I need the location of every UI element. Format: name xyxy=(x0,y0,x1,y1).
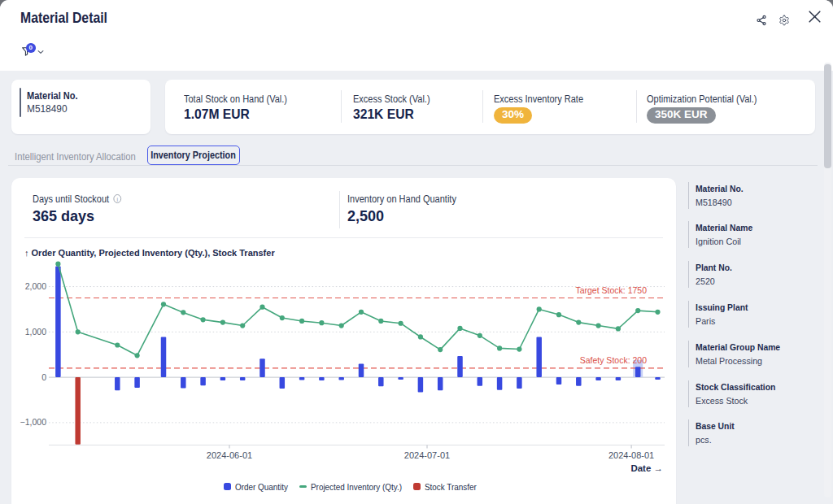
inventory-projection-chart[interactable]: −1,00001,0002,0002024-06-012024-07-01202… xyxy=(11,178,676,504)
sidebar-item: Issuing PlantParis xyxy=(688,301,754,328)
card-accent-bar xyxy=(20,88,21,117)
projected-inventory-point[interactable] xyxy=(339,323,344,328)
legend-item[interactable]: Order Quantity xyxy=(224,482,287,492)
projected-inventory-point[interactable] xyxy=(220,320,225,325)
tab-intelligent-inventory-allocation[interactable]: Intelligent Inventory Allocation xyxy=(15,151,136,163)
metric-divider xyxy=(341,90,342,123)
projected-inventory-point[interactable] xyxy=(478,333,482,338)
order-quantity-bar[interactable] xyxy=(220,377,226,380)
chart-legend: Order QuantityProjected Inventory (Qty.)… xyxy=(18,482,683,492)
inventory-projection-panel: Days until Stockouti 365 days Inventory … xyxy=(11,178,676,504)
close-icon[interactable] xyxy=(807,9,822,24)
order-quantity-bar[interactable] xyxy=(359,363,364,377)
order-quantity-bar[interactable] xyxy=(438,377,443,390)
projected-inventory-point[interactable] xyxy=(280,315,285,320)
sidebar-item-label: Stock Classification xyxy=(696,382,775,392)
sidebar-item-label: Base Unit xyxy=(696,421,735,431)
projected-inventory-point[interactable] xyxy=(181,310,185,315)
order-quantity-bar[interactable] xyxy=(398,377,403,380)
order-quantity-bar[interactable] xyxy=(457,356,463,377)
sidebar-item-value: Paris xyxy=(696,316,750,326)
metric-value: 321K EUR xyxy=(353,106,414,123)
metric-label: Total Stock on Hand (Val.) xyxy=(184,93,287,105)
optimization-badge: 350K EUR xyxy=(647,107,716,124)
tab-label: Inventory Projection xyxy=(150,150,236,161)
order-quantity-bar[interactable] xyxy=(240,377,246,380)
projected-inventory-point[interactable] xyxy=(635,308,640,313)
projected-inventory-point[interactable] xyxy=(161,302,166,306)
metric-value: 1.07M EUR xyxy=(184,106,250,123)
projected-inventory-point[interactable] xyxy=(438,347,443,352)
kpi-card: Total Stock on Hand (Val.) 1.07M EUR Exc… xyxy=(165,80,815,134)
order-quantity-bar[interactable] xyxy=(181,377,186,388)
order-quantity-bar[interactable] xyxy=(280,377,286,389)
order-quantity-bar[interactable] xyxy=(517,377,522,389)
metric-label: Excess Inventory Rate xyxy=(494,93,583,105)
projected-inventory-point[interactable] xyxy=(556,312,561,317)
projected-inventory-point[interactable] xyxy=(55,262,60,267)
order-quantity-bar[interactable] xyxy=(338,377,344,380)
projected-inventory-point[interactable] xyxy=(596,323,601,328)
sidebar-item: Stock ClassificationExcess Stock xyxy=(688,380,784,407)
order-quantity-bar[interactable] xyxy=(115,377,120,390)
order-quantity-bar[interactable] xyxy=(200,377,206,385)
legend-label: Projected Inventory (Qty.) xyxy=(311,482,402,492)
x-tick-label: 2024-07-01 xyxy=(404,450,450,460)
order-quantity-bar[interactable] xyxy=(319,377,325,380)
order-quantity-bar[interactable] xyxy=(536,337,542,377)
metric-label: Optimization Potential (Val.) xyxy=(647,93,757,105)
projected-inventory-point[interactable] xyxy=(517,346,521,351)
projected-inventory-point[interactable] xyxy=(576,320,581,325)
projected-inventory-point[interactable] xyxy=(201,317,206,322)
order-quantity-bar[interactable] xyxy=(259,358,265,377)
order-quantity-bar[interactable] xyxy=(635,367,641,377)
legend-item[interactable]: Projected Inventory (Qty.) xyxy=(299,482,403,492)
share-icon[interactable] xyxy=(756,15,767,26)
legend-item[interactable]: Stock Transfer xyxy=(413,482,476,492)
sidebar-item-label: Material No. xyxy=(696,184,744,193)
projected-inventory-point[interactable] xyxy=(616,326,621,331)
projected-inventory-point[interactable] xyxy=(399,321,403,326)
sidebar-item-value: Ignition Coil xyxy=(696,237,755,246)
projected-inventory-point[interactable] xyxy=(259,305,264,310)
order-quantity-bar[interactable] xyxy=(497,377,503,390)
order-quantity-bar[interactable] xyxy=(595,377,601,380)
order-quantity-bar[interactable] xyxy=(299,377,305,380)
order-quantity-bar[interactable] xyxy=(616,377,621,380)
order-quantity-bar[interactable] xyxy=(478,377,483,386)
projected-inventory-point[interactable] xyxy=(655,310,660,315)
order-quantity-bar[interactable] xyxy=(378,377,384,386)
projected-inventory-point[interactable] xyxy=(299,319,304,324)
projected-inventory-point[interactable] xyxy=(76,329,81,334)
sidebar-item-value: pcs. xyxy=(696,435,735,445)
projected-inventory-point[interactable] xyxy=(115,342,120,347)
order-quantity-bar[interactable] xyxy=(655,377,661,380)
order-quantity-bar[interactable] xyxy=(556,377,562,385)
scrollbar-thumb[interactable] xyxy=(824,64,831,168)
projected-inventory-point[interactable] xyxy=(457,326,462,331)
order-quantity-bar[interactable] xyxy=(418,377,424,392)
metric-divider xyxy=(636,90,637,123)
sidebar-item: Plant No.2520 xyxy=(688,261,736,288)
excess-rate-badge: 30% xyxy=(494,107,532,124)
order-quantity-bar[interactable] xyxy=(576,377,582,386)
gear-icon[interactable] xyxy=(778,15,790,26)
order-quantity-bar[interactable] xyxy=(161,337,167,377)
filter-count-badge: 0 xyxy=(26,43,36,53)
projected-inventory-point[interactable] xyxy=(135,353,140,358)
order-quantity-bar[interactable] xyxy=(134,377,140,388)
reference-line-label: Target Stock: 1750 xyxy=(575,285,647,295)
projected-inventory-point[interactable] xyxy=(359,310,364,315)
projected-inventory-point[interactable] xyxy=(240,323,245,328)
filter-control[interactable]: 0 xyxy=(20,41,47,59)
order-quantity-bar[interactable] xyxy=(55,266,61,377)
projected-inventory-point[interactable] xyxy=(378,319,383,324)
stock-transfer-bar[interactable] xyxy=(75,377,81,445)
projected-inventory-point[interactable] xyxy=(537,306,542,311)
tab-inventory-projection[interactable]: Inventory Projection xyxy=(147,146,240,165)
projected-inventory-point[interactable] xyxy=(418,334,423,339)
projected-inventory-point[interactable] xyxy=(497,345,502,350)
projected-inventory-point[interactable] xyxy=(319,320,324,325)
sidebar-item: Material Group NameMetal Processing xyxy=(688,341,790,367)
dialog-header: Material Detail 0 xyxy=(0,0,833,71)
